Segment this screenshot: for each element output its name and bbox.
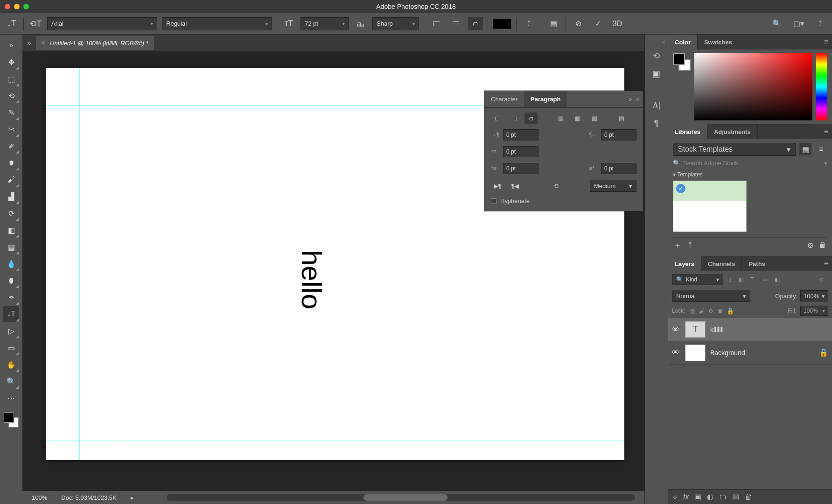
gradient-tool[interactable]: ▦ [3, 239, 19, 255]
canvas-viewport[interactable]: hello Character Paragraph » ≡ ⫍ ⫎ ⫏ [22, 51, 644, 491]
lasso-tool[interactable]: ⟲ [3, 88, 19, 104]
justify-all-button[interactable]: ▤ [615, 112, 628, 124]
stamp-tool[interactable]: ▟ [3, 189, 19, 204]
brush-tool[interactable]: 🖌 [3, 172, 19, 188]
layer-row[interactable]: 👁 T klllllll [668, 318, 832, 341]
delete-icon[interactable]: 🗑 [819, 241, 826, 251]
panel-menu-icon[interactable]: ≡ [636, 96, 639, 103]
delete-layer-icon[interactable]: 🗑 [745, 493, 752, 501]
upload-icon[interactable]: ⤒ [687, 241, 693, 251]
status-chevron-icon[interactable]: ▸ [131, 494, 134, 501]
filter-adjustment-icon[interactable]: ◐ [738, 276, 748, 283]
justify-last-right-button[interactable]: ▥ [588, 112, 601, 124]
tab-paragraph[interactable]: Paragraph [524, 91, 567, 107]
hue-slider[interactable] [816, 53, 827, 120]
document-tab[interactable]: × Untitled-1 @ 100% (klllllll, RGB/8#) * [36, 36, 154, 50]
grid-view-icon[interactable]: ▦ [799, 143, 811, 155]
text-orientation-toggle[interactable]: ⟲T [28, 17, 42, 31]
filter-pixel-icon[interactable]: ▢ [726, 276, 735, 283]
quick-select-tool[interactable]: ✎ [3, 105, 19, 120]
move-tool[interactable]: ✥ [3, 54, 19, 70]
layer-name[interactable]: klllllll [710, 326, 724, 333]
horizontal-scrollbar[interactable] [167, 494, 635, 501]
tab-paths[interactable]: Paths [742, 256, 772, 271]
font-family-select[interactable]: Arial▾ [47, 17, 157, 30]
templates-disclosure-icon[interactable]: ▾ [673, 171, 676, 178]
visibility-toggle-icon[interactable]: 👁 [672, 349, 680, 357]
filter-shape-icon[interactable]: ▭ [762, 276, 772, 283]
blend-mode-select[interactable]: Normal▾ [672, 290, 750, 302]
indent-left-input[interactable] [503, 129, 538, 140]
font-size-select[interactable]: 72 pt▾ [301, 17, 349, 30]
tab-libraries[interactable]: Libraries [668, 124, 707, 139]
color-fg-bg-swatch[interactable] [673, 53, 691, 71]
filter-smartobject-icon[interactable]: ◧ [775, 276, 784, 283]
indent-first-input[interactable] [503, 146, 538, 157]
kinsoku-push-in-button[interactable]: ▶¶ [491, 180, 504, 191]
filter-type-icon[interactable]: T [750, 276, 760, 283]
tab-swatches[interactable]: Swatches [698, 35, 739, 49]
list-view-icon[interactable]: ≡ [815, 143, 827, 155]
font-style-select[interactable]: Regular▾ [162, 17, 272, 30]
layer-style-icon[interactable]: fx [683, 493, 689, 501]
three-d-button[interactable]: 3D [610, 17, 625, 30]
eraser-tool[interactable]: ◧ [3, 222, 19, 238]
layer-name[interactable]: Background [710, 349, 745, 357]
add-to-library-icon[interactable]: ＋ [674, 241, 681, 251]
align-center-button[interactable]: ⫎ [448, 17, 463, 30]
hyphenate-checkbox[interactable] [491, 198, 496, 204]
character-panel-toggle[interactable]: ▤ [546, 17, 561, 30]
close-window-button[interactable] [5, 4, 10, 9]
color-field-picker[interactable] [694, 53, 812, 120]
workspace-switcher[interactable]: ▢▾ [791, 17, 806, 30]
lock-artboard-icon[interactable]: ▣ [717, 308, 723, 315]
commit-edit-button[interactable]: ✓ [590, 17, 605, 30]
dodge-tool[interactable]: ⬮ [3, 273, 19, 288]
justify-last-left-button[interactable]: ▥ [554, 112, 567, 124]
fg-bg-swatch[interactable] [3, 412, 20, 428]
lock-position-icon[interactable]: ✥ [708, 308, 713, 315]
panel-menu-icon[interactable]: ≡ [820, 127, 832, 136]
eyedropper-tool[interactable]: ✐ [3, 138, 19, 154]
foreground-color[interactable] [4, 413, 14, 423]
marquee-tool[interactable]: ⬚ [3, 71, 19, 87]
vertical-guide[interactable] [115, 68, 115, 460]
history-brush-tool[interactable]: ⟳ [3, 205, 19, 221]
library-select[interactable]: Stock Templates▾ [673, 143, 796, 156]
expand-tools-icon[interactable]: » [3, 37, 19, 53]
align-right-button[interactable]: ⫏ [524, 112, 538, 124]
kinsoku-select[interactable]: Medium▾ [590, 180, 636, 192]
tab-color[interactable]: Color [668, 35, 698, 49]
collapse-panel-icon[interactable]: » [629, 96, 632, 103]
opacity-input[interactable]: 100%▾ [800, 290, 828, 301]
horizontal-guide[interactable] [46, 423, 624, 423]
library-search-input[interactable]: Search Adobe Stock [683, 160, 821, 167]
align-center-button[interactable]: ⫎ [508, 112, 521, 124]
align-left-button[interactable]: ⫍ [491, 112, 504, 124]
path-select-tool[interactable]: ▷ [3, 323, 19, 339]
maximize-window-button[interactable] [23, 4, 29, 9]
warp-text-button[interactable]: ⤴ [521, 17, 536, 30]
lock-transparent-icon[interactable]: ▦ [689, 308, 695, 315]
properties-panel-icon[interactable]: ▣ [650, 67, 664, 80]
paragraph-panel-icon[interactable]: ¶ [650, 117, 664, 130]
indent-right-input[interactable] [601, 129, 636, 140]
scrollbar-thumb[interactable] [364, 494, 448, 501]
space-before-input[interactable] [503, 163, 538, 174]
minimize-window-button[interactable] [14, 4, 20, 9]
crop-tool[interactable]: ✂ [3, 121, 19, 137]
link-layers-icon[interactable]: ⟐ [673, 493, 678, 501]
layer-mask-icon[interactable]: ▣ [694, 492, 701, 501]
search-chevron-icon[interactable]: ▾ [824, 160, 827, 167]
doc-size[interactable]: Doc: 5.93M/1023.5K [61, 494, 117, 501]
panel-menu-icon[interactable]: ≡ [820, 38, 832, 46]
hand-tool[interactable]: ✋ [3, 357, 19, 372]
search-icon[interactable]: 🔍 [769, 17, 784, 30]
align-bottom-button[interactable]: ⫏ [468, 17, 483, 30]
zoom-tool[interactable]: 🔍 [3, 373, 19, 389]
vertical-guide[interactable] [79, 68, 80, 460]
collapse-dock-icon[interactable]: « [662, 39, 665, 45]
blur-tool[interactable]: 💧 [3, 256, 19, 272]
text-layer-content[interactable]: hello [295, 250, 328, 309]
group-layers-icon[interactable]: 🗀 [719, 493, 727, 501]
